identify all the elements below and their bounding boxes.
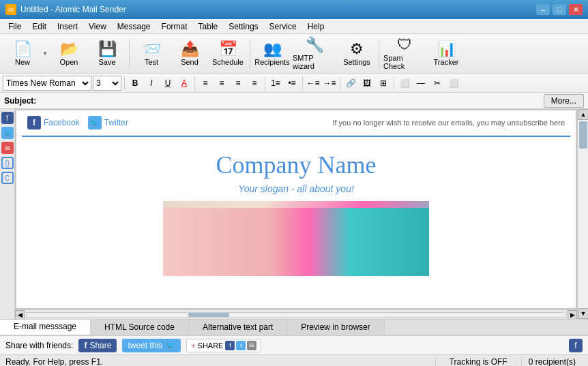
tab-alt-text[interactable]: Alternative text part: [189, 320, 287, 335]
italic-button[interactable]: I: [144, 76, 159, 91]
font-family-select[interactable]: Times New Roman Arial Verdana: [3, 76, 91, 91]
separator-1: [129, 39, 130, 69]
maximize-button[interactable]: □: [553, 4, 566, 15]
share-extra-button[interactable]: f: [569, 339, 583, 352]
app-icon: ✉: [5, 4, 16, 15]
mini-facebook-icon: f: [225, 341, 235, 350]
recipients-button[interactable]: 👥 Recipients: [254, 37, 291, 71]
facebook-label: Facebook: [44, 118, 80, 127]
vertical-scrollbar[interactable]: ▲ ▼: [577, 109, 588, 319]
settings-label: Settings: [343, 58, 370, 66]
share-other-button[interactable]: + SHARE f t ✉: [186, 339, 261, 352]
sidebar-facebook-icon[interactable]: f: [1, 112, 14, 124]
sidebar-email-icon[interactable]: ✉: [1, 142, 14, 154]
menu-file[interactable]: File: [3, 20, 27, 33]
sidebar-view-icon[interactable]: C: [1, 172, 14, 184]
scroll-right-button[interactable]: ▶: [568, 310, 577, 320]
company-slogan: Your slogan - all about you!: [27, 183, 565, 194]
underline-button[interactable]: U: [160, 76, 175, 91]
extra-btn-3[interactable]: ✂: [430, 76, 445, 91]
twitter-link[interactable]: 🐦 Twitter: [88, 116, 128, 129]
more-button[interactable]: More...: [544, 94, 584, 108]
font-color-button[interactable]: A: [177, 76, 192, 91]
scroll-track[interactable]: [26, 312, 566, 318]
editor-scroll[interactable]: f Facebook 🐦 Twitter If you no longer wi…: [15, 109, 577, 309]
save-button[interactable]: 💾 Save: [89, 37, 126, 71]
tab-email-message[interactable]: E-mail messsage: [0, 320, 91, 335]
toolbar: 📄 New ▼ 📂 Open 💾 Save 📨 Test 📤 Send 📅 Sc…: [0, 34, 588, 74]
new-dropdown-arrow[interactable]: ▼: [41, 37, 49, 71]
menu-settings[interactable]: Settings: [223, 20, 263, 33]
unordered-list-button[interactable]: •≡: [284, 76, 299, 91]
v-scroll-track[interactable]: [578, 120, 588, 308]
insert-link-button[interactable]: 🔗: [343, 76, 358, 91]
menu-table[interactable]: Table: [193, 20, 224, 33]
menu-message[interactable]: Message: [112, 20, 156, 33]
menu-format[interactable]: Format: [156, 20, 193, 33]
spamcheck-button[interactable]: 🛡 Spam Check: [383, 37, 426, 71]
table-button[interactable]: ⊞: [376, 76, 391, 91]
align-left-button[interactable]: ≡: [198, 76, 213, 91]
tracking-status: Tracking is OFF: [435, 357, 522, 367]
open-button[interactable]: 📂 Open: [50, 37, 87, 71]
tracker-label: Tracker: [434, 58, 459, 66]
minimize-button[interactable]: –: [536, 4, 550, 15]
tab-preview[interactable]: Preview in browser: [287, 320, 384, 335]
open-icon: 📂: [60, 42, 78, 57]
subject-input[interactable]: [42, 96, 543, 106]
scroll-left-button[interactable]: ◀: [15, 310, 25, 320]
tab-html-source[interactable]: HTML Source code: [91, 320, 189, 335]
test-label: Test: [145, 58, 158, 66]
facebook-link[interactable]: f Facebook: [27, 116, 80, 129]
align-right-button[interactable]: ≡: [231, 76, 246, 91]
font-size-select[interactable]: 1 2 3 4 5: [93, 76, 121, 91]
share-twitter-button[interactable]: tweet this 🐦: [122, 339, 181, 352]
tracker-icon: 📊: [437, 42, 456, 57]
align-center-button[interactable]: ≡: [214, 76, 229, 91]
extra-btn-4[interactable]: ⬜: [446, 76, 461, 91]
schedule-button[interactable]: 📅 Schedule: [209, 37, 246, 71]
menu-insert[interactable]: Insert: [52, 20, 83, 33]
title-bar: ✉ Untitled - Atomic Mail Sender – □ ✕: [0, 0, 588, 19]
align-justify-button[interactable]: ≡: [247, 76, 262, 91]
tracker-button[interactable]: 📊 Tracker: [428, 37, 465, 71]
test-button[interactable]: 📨 Test: [133, 37, 170, 71]
scroll-up-button[interactable]: ▲: [578, 109, 588, 120]
sidebar-twitter-icon[interactable]: 🐦: [1, 127, 14, 139]
menu-help[interactable]: Help: [302, 20, 330, 33]
twitter-bird-icon: 🐦: [165, 341, 175, 350]
menu-view[interactable]: View: [83, 20, 112, 33]
extra-btn-1[interactable]: ⬜: [397, 76, 412, 91]
share-facebook-button[interactable]: f Share: [78, 339, 117, 352]
separator-2: [250, 39, 250, 69]
ordered-list-button[interactable]: 1≡: [268, 76, 283, 91]
tabs-bar: E-mail messsage HTML Source code Alterna…: [0, 319, 588, 335]
bold-button[interactable]: B: [128, 76, 143, 91]
person-image: [163, 208, 429, 276]
save-label: Save: [98, 58, 115, 66]
scroll-down-button[interactable]: ▼: [578, 308, 588, 319]
company-name: Company Name: [27, 151, 565, 179]
email-header: f Facebook 🐦 Twitter If you no longer wi…: [16, 110, 576, 136]
settings-button[interactable]: ⚙ Settings: [338, 37, 375, 71]
smtp-button[interactable]: 🔧 SMTP wizard: [292, 37, 337, 71]
menu-edit[interactable]: Edit: [27, 20, 52, 33]
new-button[interactable]: 📄 New: [4, 37, 41, 71]
company-section: Company Name Your slogan - all about you…: [16, 137, 576, 201]
social-links: f Facebook 🐦 Twitter: [27, 116, 128, 129]
new-button-group: 📄 New ▼: [4, 37, 49, 71]
twitter-label: Twitter: [104, 118, 128, 127]
send-button[interactable]: 📤 Send: [171, 37, 208, 71]
menu-service[interactable]: Service: [264, 20, 302, 33]
horizontal-scrollbar[interactable]: ◀ ▶: [15, 309, 577, 319]
sidebar-code-icon[interactable]: {}: [1, 157, 14, 169]
indent-button[interactable]: →≡: [322, 76, 337, 91]
outdent-button[interactable]: ←≡: [306, 76, 321, 91]
separator-3: [379, 39, 379, 69]
close-button[interactable]: ✕: [569, 4, 583, 15]
extra-btn-2[interactable]: —: [413, 76, 428, 91]
insert-image-button[interactable]: 🖼: [359, 76, 374, 91]
format-separator-3: [265, 76, 265, 90]
share-label: Share with friends:: [5, 341, 73, 350]
left-sidebar: f 🐦 ✉ {} C: [0, 109, 15, 319]
